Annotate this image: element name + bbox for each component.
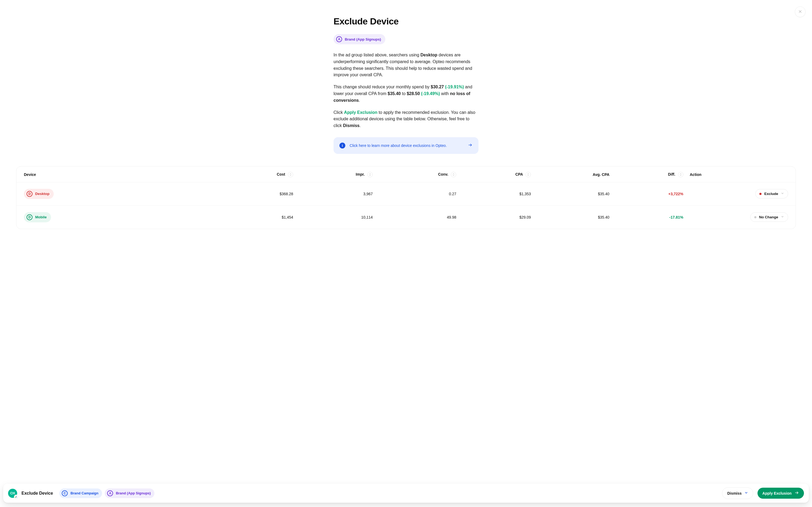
cell-conv: 0.27 bbox=[376, 182, 459, 206]
device-icon: D bbox=[26, 191, 33, 197]
th-device[interactable]: Device bbox=[16, 167, 219, 182]
device-pill: DDesktop bbox=[24, 189, 54, 199]
chip-label: Brand Campaign bbox=[70, 491, 98, 495]
dismiss-button[interactable]: Dismiss bbox=[722, 488, 753, 499]
paragraph-3: Click Apply Exclusion to apply the recom… bbox=[334, 109, 478, 129]
page-title: Exclude Device bbox=[334, 16, 478, 26]
adgroup-icon: A bbox=[336, 36, 342, 42]
action-bar-title: Exclude Device bbox=[21, 491, 53, 496]
cell-diff: +3,722% bbox=[613, 182, 687, 206]
th-conv[interactable]: Conv. bbox=[376, 167, 459, 182]
device-table: Device Cost Impr. Conv. CPA Avg. CPA Dif… bbox=[16, 167, 796, 229]
svg-marker-4 bbox=[16, 496, 17, 498]
th-cpa[interactable]: CPA bbox=[459, 167, 534, 182]
chevron-down-icon bbox=[781, 215, 784, 219]
cell-impr: 10,114 bbox=[296, 206, 376, 229]
chip-icon: C bbox=[62, 490, 68, 496]
row-action-select[interactable]: Exclude bbox=[755, 189, 788, 199]
svg-point-5 bbox=[15, 497, 16, 498]
campaign-chip[interactable]: CBrand Campaign bbox=[59, 489, 102, 498]
status-dot-icon bbox=[759, 193, 761, 195]
cell-avg-cpa: $35.40 bbox=[534, 182, 613, 206]
cell-impr: 3,967 bbox=[296, 182, 376, 206]
th-diff[interactable]: Diff. bbox=[613, 167, 687, 182]
learn-more-text: Click here to learn more about device ex… bbox=[350, 144, 463, 148]
cell-cost: $1,454 bbox=[219, 206, 296, 229]
device-icon: D bbox=[26, 214, 33, 220]
status-dot-icon bbox=[754, 216, 756, 218]
th-avg-cpa[interactable]: Avg. CPA bbox=[534, 167, 613, 182]
account-avatar-wrap: CH bbox=[8, 489, 17, 498]
row-action-select[interactable]: No Change bbox=[750, 212, 788, 222]
cell-diff: -17.81% bbox=[613, 206, 687, 229]
th-cost[interactable]: Cost bbox=[219, 167, 296, 182]
sort-icon bbox=[678, 172, 683, 177]
close-icon bbox=[798, 10, 802, 14]
th-impr[interactable]: Impr. bbox=[296, 167, 376, 182]
chevron-down-icon bbox=[744, 491, 748, 496]
adgroup-chip-label: Brand (App Signups) bbox=[345, 37, 381, 41]
paragraph-2: This change should reduce your monthly s… bbox=[334, 84, 478, 104]
cell-cpa: $1,353 bbox=[459, 182, 534, 206]
chevron-down-icon bbox=[781, 192, 784, 196]
adgroup-chip[interactable]: ABrand (App Signups) bbox=[105, 489, 155, 498]
sort-icon bbox=[451, 172, 456, 177]
action-bar: CH Exclude Device CBrand CampaignABrand … bbox=[3, 484, 809, 503]
table-row: DDesktop$368.283,9670.27$1,353$35.40+3,7… bbox=[16, 182, 796, 206]
cell-avg-cpa: $35.40 bbox=[534, 206, 613, 229]
device-label: Mobile bbox=[35, 215, 47, 219]
adgroup-chip: A Brand (App Signups) bbox=[334, 34, 385, 44]
chip-icon: A bbox=[107, 490, 113, 496]
paragraph-1: In the ad group listed above, searchers … bbox=[334, 52, 478, 78]
arrow-right-icon bbox=[794, 491, 799, 496]
chip-label: Brand (App Signups) bbox=[116, 491, 151, 495]
close-button[interactable] bbox=[795, 6, 806, 17]
sort-icon bbox=[525, 172, 531, 177]
sort-icon bbox=[367, 172, 373, 177]
sort-icon bbox=[288, 172, 293, 177]
device-label: Desktop bbox=[35, 192, 49, 196]
device-table-card: Device Cost Impr. Conv. CPA Avg. CPA Dif… bbox=[16, 166, 796, 229]
table-row: DMobile$1,45410,11449.98$29.09$35.40-17.… bbox=[16, 206, 796, 229]
cell-conv: 49.98 bbox=[376, 206, 459, 229]
google-ads-badge-icon bbox=[14, 495, 18, 499]
apply-exclusion-button[interactable]: Apply Exclusion bbox=[757, 488, 804, 499]
device-pill: DMobile bbox=[24, 212, 51, 222]
learn-more-banner[interactable]: i Click here to learn more about device … bbox=[334, 137, 478, 154]
cell-cpa: $29.09 bbox=[459, 206, 534, 229]
arrow-right-icon bbox=[468, 143, 473, 148]
row-action-label: No Change bbox=[759, 215, 778, 219]
info-icon: i bbox=[339, 143, 345, 149]
row-action-label: Exclude bbox=[764, 192, 778, 196]
cell-cost: $368.28 bbox=[219, 182, 296, 206]
th-action: Action bbox=[687, 167, 796, 182]
